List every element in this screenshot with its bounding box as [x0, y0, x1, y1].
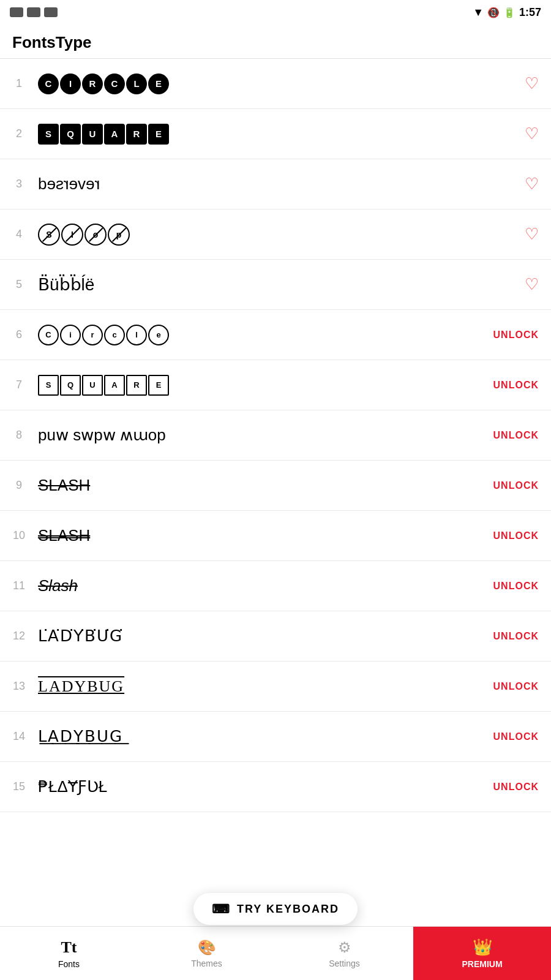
circle-letter-C2: C — [104, 74, 125, 94]
font-item-left-10: 10 SLASH — [12, 526, 90, 545]
font-preview-ladybug3[interactable]: L͟A͟D͟Y͟B͟U͟G͟ — [38, 727, 123, 746]
font-preview-square-filled[interactable]: S Q U A R E — [38, 124, 169, 145]
font-preview-slash[interactable]: SLASH — [38, 476, 90, 495]
nav-themes-label: Themes — [191, 959, 222, 968]
sys-icon-3 — [44, 7, 58, 17]
font-number-15: 15 — [12, 780, 26, 793]
striped-letter-o: o — [84, 224, 107, 246]
status-left-icons — [10, 7, 58, 17]
heart-button-2[interactable]: ♡ — [525, 124, 539, 143]
font-preview-square-outline[interactable]: S Q U A R E — [38, 375, 169, 396]
heart-button-5[interactable]: ♡ — [525, 275, 539, 294]
nav-fonts-label: Fonts — [58, 959, 80, 969]
striped-letter-S: S — [38, 224, 60, 246]
font-item-5: 5 B̈üb̈b̈ĺë ♡ — [0, 260, 551, 310]
settings-icon: ⚙ — [338, 939, 351, 956]
font-item-10: 10 SLASH UNLOCK — [0, 511, 551, 561]
co-letter-e: e — [148, 325, 169, 345]
sq-letter-S: S — [38, 124, 59, 145]
font-item-3: 3 reversed ♡ — [0, 159, 551, 209]
nav-premium[interactable]: 👑 PREMIUM — [413, 927, 551, 980]
font-item-left-15: 15 ₱ŁΔɎƑƲŁ — [12, 777, 107, 796]
unlock-button-10[interactable]: UNLOCK — [493, 530, 539, 541]
nav-fonts[interactable]: Tt Fonts — [0, 927, 138, 980]
font-item-8: 8 puᴡ sᴡpᴡ ʍɯop UNLOCK — [0, 410, 551, 461]
app-title: FontsType — [0, 24, 551, 59]
unlock-button-14[interactable]: UNLOCK — [493, 731, 539, 742]
font-number-8: 8 — [12, 429, 26, 442]
unlock-button-8[interactable]: UNLOCK — [493, 430, 539, 441]
unlock-button-9[interactable]: UNLOCK — [493, 480, 539, 491]
nav-premium-label: PREMIUM — [462, 959, 502, 969]
font-number-2: 2 — [12, 127, 26, 140]
font-number-5: 5 — [12, 278, 26, 291]
font-number-3: 3 — [12, 178, 26, 190]
font-preview-playful[interactable]: ₱ŁΔɎƑƲŁ — [38, 777, 107, 796]
so-letter-E: E — [148, 375, 169, 396]
keyboard-icon: ⌨ — [212, 902, 231, 916]
font-preview-slash-italic[interactable]: Slash — [38, 576, 78, 595]
heart-button-4[interactable]: ♡ — [525, 225, 539, 244]
font-item-4: 4 S I o p ♡ — [0, 209, 551, 260]
font-preview-striped-circle[interactable]: S I o p — [38, 224, 130, 246]
nav-themes[interactable]: 🎨 Themes — [138, 927, 276, 980]
sq-letter-E: E — [148, 124, 169, 145]
so-letter-Q: Q — [60, 375, 81, 396]
unlock-button-11[interactable]: UNLOCK — [493, 581, 539, 592]
font-item-left-7: 7 S Q U A R E — [12, 375, 169, 396]
font-preview-ladybug2[interactable]: LADYBUG — [38, 677, 124, 696]
unlock-button-6[interactable]: UNLOCK — [493, 330, 539, 341]
nav-settings[interactable]: ⚙ Settings — [276, 927, 413, 980]
heart-button-1[interactable]: ♡ — [525, 74, 539, 93]
font-number-1: 1 — [12, 77, 26, 90]
heart-button-3[interactable]: ♡ — [525, 175, 539, 194]
font-item-14: 14 L͟A͟D͟Y͟B͟U͟G͟ UNLOCK — [0, 712, 551, 762]
font-item-9: 9 SLASH UNLOCK — [0, 461, 551, 511]
font-item-left-5: 5 B̈üb̈b̈ĺë — [12, 274, 94, 295]
font-item-12: 12 L͘A͘D͘Y͘B͘U͘G͘ UNLOCK — [0, 611, 551, 662]
font-item-left-11: 11 Slash — [12, 576, 78, 595]
circle-letter-C: C — [38, 74, 59, 94]
font-item-1: 1 C I R C L E ♡ — [0, 59, 551, 109]
font-item-left-4: 4 S I o p — [12, 224, 130, 246]
font-preview-circle-filled[interactable]: C I R C L E — [38, 74, 169, 94]
unlock-button-13[interactable]: UNLOCK — [493, 681, 539, 692]
font-number-4: 4 — [12, 228, 26, 241]
signal-icon: 📵 — [487, 7, 500, 18]
font-number-7: 7 — [12, 379, 26, 391]
sys-icon-1 — [10, 7, 23, 17]
font-item-left-2: 2 S Q U A R E — [12, 124, 169, 145]
font-item-left-14: 14 L͟A͟D͟Y͟B͟U͟G͟ — [12, 727, 123, 746]
font-number-10: 10 — [12, 529, 26, 542]
font-preview-reversed[interactable]: reversed — [38, 175, 100, 194]
unlock-button-15[interactable]: UNLOCK — [493, 782, 539, 793]
sq-letter-R: R — [126, 124, 147, 145]
font-preview-upside-down[interactable]: puᴡ sᴡpᴡ ʍɯop — [38, 426, 166, 445]
font-item-2: 2 S Q U A R E ♡ — [0, 109, 551, 159]
crown-icon: 👑 — [473, 938, 492, 957]
font-item-left-12: 12 L͘A͘D͘Y͘B͘U͘G͘ — [12, 627, 123, 646]
themes-icon: 🎨 — [198, 939, 216, 956]
font-number-9: 9 — [12, 479, 26, 492]
font-item-left-6: 6 C i r c l e — [12, 325, 169, 345]
font-preview-bubble[interactable]: B̈üb̈b̈ĺë — [38, 274, 94, 295]
font-list: 1 C I R C L E ♡ 2 S Q U A — [0, 59, 551, 812]
status-time: 1:57 — [519, 6, 541, 19]
try-keyboard-button[interactable]: ⌨ TRY KEYBOARD — [193, 893, 358, 925]
so-letter-S: S — [38, 375, 59, 396]
status-bar: ▼ 📵 🔋 1:57 — [0, 0, 551, 24]
font-preview-slash-double[interactable]: SLASH — [38, 526, 90, 545]
font-number-12: 12 — [12, 630, 26, 643]
font-number-13: 13 — [12, 680, 26, 693]
font-preview-circle-outline[interactable]: C i r c l e — [38, 325, 169, 345]
bottom-nav: Tt Fonts 🎨 Themes ⚙ Settings 👑 PREMIUM — [0, 926, 551, 980]
unlock-button-7[interactable]: UNLOCK — [493, 380, 539, 391]
font-number-11: 11 — [12, 579, 26, 592]
font-item-left-3: 3 reversed — [12, 175, 100, 194]
co-letter-C: C — [38, 325, 59, 345]
font-item-7: 7 S Q U A R E UNLOCK — [0, 360, 551, 410]
co-letter-l: l — [126, 325, 147, 345]
unlock-button-12[interactable]: UNLOCK — [493, 631, 539, 642]
font-preview-ladybug1[interactable]: L͘A͘D͘Y͘B͘U͘G͘ — [38, 627, 123, 646]
try-keyboard-wrapper: ⌨ TRY KEYBOARD — [193, 893, 358, 925]
